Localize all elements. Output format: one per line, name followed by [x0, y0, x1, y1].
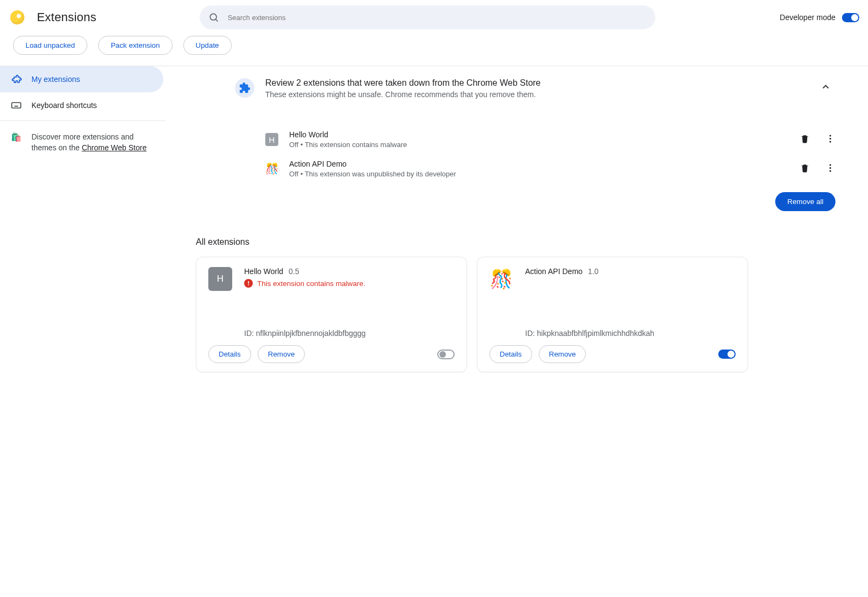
all-extensions-heading: All extensions [196, 237, 835, 247]
more-vert-icon [825, 134, 835, 144]
safety-review-panel: Review 2 extensions that were taken down… [235, 78, 835, 99]
extension-card-icon: 🎊 [489, 267, 513, 291]
developer-mode-toggle[interactable] [842, 13, 859, 22]
details-button[interactable]: Details [489, 345, 532, 363]
extension-card-name: Hello World [244, 267, 283, 276]
remove-button[interactable]: Remove [539, 345, 586, 363]
review-row: H Hello World Off • This extension conta… [265, 125, 835, 154]
chevron-up-icon [820, 81, 831, 92]
chrome-web-store-icon: 🛍️ [11, 132, 22, 143]
extension-card-version: 0.5 [289, 267, 299, 276]
svg-point-6 [829, 164, 831, 166]
more-menu-button[interactable] [825, 163, 835, 175]
extension-card-icon: H [208, 267, 232, 291]
extension-icon-action-api-demo: 🎊 [265, 162, 278, 175]
extension-id: ID: nflknpiinlpjkfbnennojakldbfbgggg [244, 329, 455, 338]
extension-id: ID: hikpknaabfbhlfjpimlkmichhdhkdkah [525, 329, 736, 338]
extension-card-title: Hello World 0.5 [244, 267, 366, 276]
extension-card-grid: H Hello World 0.5 ! This extension conta… [196, 257, 835, 372]
svg-point-0 [210, 14, 216, 20]
pack-extension-button[interactable]: Pack extension [98, 36, 172, 55]
developer-mode-label: Developer mode [780, 13, 835, 22]
page-title: Extensions [37, 10, 97, 24]
svg-point-5 [829, 141, 831, 142]
keyboard-icon [11, 100, 22, 111]
warning-icon: ! [244, 279, 253, 288]
sidebar-item-my-extensions[interactable]: My extensions [0, 66, 163, 92]
trash-icon [800, 163, 810, 173]
safety-review-title: Review 2 extensions that were taken down… [265, 78, 805, 88]
sidebar-item-label: My extensions [31, 75, 80, 84]
developer-toolbar: Load unpacked Pack extension Update [0, 35, 868, 66]
review-row: 🎊 Action API Demo Off • This extension w… [265, 154, 835, 183]
search-icon [208, 12, 219, 23]
sidebar-item-label: Keyboard shortcuts [31, 101, 97, 110]
browser-logo [9, 9, 26, 26]
chrome-web-store-link[interactable]: Chrome Web Store [82, 143, 147, 152]
details-button[interactable]: Details [208, 345, 251, 363]
extension-icon-hello-world: H [265, 133, 278, 146]
extension-warning: ! This extension contains malware. [244, 279, 366, 288]
trash-icon [800, 134, 810, 144]
extension-card: H Hello World 0.5 ! This extension conta… [196, 257, 467, 372]
extension-meta: Off • This extension contains malware [289, 141, 789, 149]
extension-enable-toggle[interactable] [437, 350, 455, 359]
safety-review-subtitle: These extensions might be unsafe. Chrome… [265, 90, 805, 99]
more-menu-button[interactable] [825, 134, 835, 145]
remove-button[interactable]: Remove [258, 345, 305, 363]
delete-button[interactable] [800, 163, 810, 175]
sidebar: My extensions Keyboard shortcuts 🛍️ Disc… [0, 66, 165, 394]
search-field[interactable] [200, 5, 655, 29]
main-content: Review 2 extensions that were taken down… [165, 66, 868, 394]
chrome-web-store-promo: 🛍️ Discover more extensions and themes o… [0, 121, 165, 153]
search-wrap [200, 5, 655, 29]
svg-point-8 [829, 170, 831, 172]
search-input[interactable] [227, 13, 647, 22]
extension-enable-toggle[interactable] [718, 350, 736, 359]
remove-all-button[interactable]: Remove all [775, 192, 835, 211]
update-button[interactable]: Update [183, 36, 232, 55]
extension-card-title: Action API Demo 1.0 [525, 267, 598, 276]
svg-line-1 [216, 20, 218, 22]
extension-icon [11, 74, 22, 85]
top-bar: Extensions Developer mode [0, 0, 868, 35]
puzzle-icon [235, 78, 254, 98]
extension-card-name: Action API Demo [525, 267, 583, 276]
extension-warning-text: This extension contains malware. [257, 280, 366, 288]
collapse-review-button[interactable] [816, 78, 835, 94]
safety-review-list: H Hello World Off • This extension conta… [265, 125, 835, 183]
svg-rect-2 [12, 103, 21, 108]
svg-point-4 [829, 138, 831, 139]
extension-name: Hello World [289, 130, 789, 139]
developer-mode: Developer mode [780, 13, 859, 22]
sidebar-item-keyboard-shortcuts[interactable]: Keyboard shortcuts [0, 92, 165, 118]
svg-point-3 [829, 135, 831, 136]
extension-meta: Off • This extension was unpublished by … [289, 170, 789, 178]
more-vert-icon [825, 163, 835, 173]
extension-name: Action API Demo [289, 160, 789, 168]
extension-card-version: 1.0 [588, 267, 598, 276]
svg-point-7 [829, 167, 831, 169]
delete-button[interactable] [800, 134, 810, 145]
load-unpacked-button[interactable]: Load unpacked [13, 36, 87, 55]
extension-card: 🎊 Action API Demo 1.0 ID: hikpknaabfbhlf… [477, 257, 748, 372]
